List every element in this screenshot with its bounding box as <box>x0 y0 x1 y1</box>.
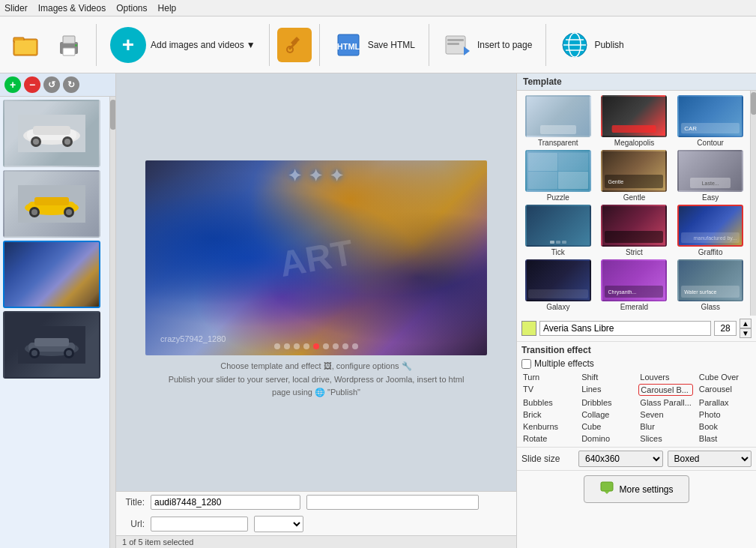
font-size-down-button[interactable]: ▼ <box>740 328 752 338</box>
svg-rect-13 <box>447 39 464 41</box>
font-row: ▲ ▼ <box>517 316 756 342</box>
svg-rect-39 <box>34 338 69 346</box>
transition-blur[interactable]: Blur <box>638 421 692 432</box>
transition-louvers[interactable]: Louvers <box>638 372 692 382</box>
template-name-puzzle: Puzzle <box>547 193 569 202</box>
transition-rotate[interactable]: Rotate <box>521 433 575 444</box>
template-strict[interactable]: Strict <box>598 205 671 256</box>
url-input[interactable] <box>151 517 248 532</box>
transition-photo[interactable]: Photo <box>698 409 752 420</box>
transition-tv[interactable]: TV <box>521 384 575 396</box>
transition-carousel-b[interactable]: Carousel B... <box>638 384 692 396</box>
open-button[interactable] <box>6 27 45 63</box>
bottom-bar: Title: Url: _blank _self <box>116 491 516 535</box>
transition-kenburns[interactable]: Kenburns <box>521 421 575 432</box>
more-settings-label: More settings <box>619 484 673 495</box>
transition-cube[interactable]: Cube <box>580 421 634 432</box>
divider1 <box>96 24 97 66</box>
slidesize-select[interactable]: 640x360 800x600 1024x768 1280x720 <box>578 451 663 467</box>
insert-icon <box>443 30 473 60</box>
template-glass[interactable]: Water surface Glass <box>674 259 747 311</box>
print-icon <box>54 30 84 60</box>
thumbnail-list <box>0 97 115 382</box>
options-button[interactable] <box>277 28 312 62</box>
font-family-input[interactable] <box>539 321 711 336</box>
transition-glass-parall[interactable]: Glass Parall... <box>638 397 692 408</box>
svg-point-33 <box>31 209 37 215</box>
template-transparent[interactable]: Transparent <box>521 95 595 147</box>
template-tick[interactable]: Tick <box>521 205 595 256</box>
template-graffito[interactable]: manufactured by... Graffito <box>674 205 747 256</box>
image-filename: crazy57942_1280 <box>160 334 226 343</box>
thumbnail-item[interactable] <box>3 100 100 167</box>
template-thumb-gentle: Gentle <box>601 150 667 192</box>
title-label: Title: <box>122 497 145 508</box>
main-content: + − ↺ ↻ <box>0 73 756 548</box>
color-swatch[interactable] <box>521 321 536 336</box>
transition-cube-over[interactable]: Cube Over <box>698 372 752 382</box>
hint-text: Choose template and effect 🖼, configure … <box>164 355 469 404</box>
transition-dribbles[interactable]: Dribbles <box>580 397 634 408</box>
multiple-effects-checkbox[interactable] <box>521 359 531 369</box>
font-size-input[interactable] <box>714 321 737 336</box>
transition-carousel[interactable]: Carousel <box>698 384 752 396</box>
transition-bubbles[interactable]: Bubbles <box>521 397 575 408</box>
rotate-left-button[interactable]: ↺ <box>43 76 60 93</box>
transition-parallax[interactable]: Parallax <box>698 397 752 408</box>
template-puzzle[interactable]: Puzzle <box>521 150 595 202</box>
slidetype-select[interactable]: Boxed Full Width <box>668 451 752 467</box>
svg-point-25 <box>33 139 39 145</box>
print-button[interactable] <box>49 27 88 63</box>
publish-button[interactable]: Publish <box>554 27 629 63</box>
transition-shift[interactable]: Shift <box>580 372 634 382</box>
menu-help[interactable]: Help <box>158 3 177 13</box>
more-settings-icon <box>599 481 614 498</box>
slidesize-row: Slide size 640x360 800x600 1024x768 1280… <box>517 448 756 471</box>
menu-images-videos[interactable]: Images & Videos <box>38 3 106 13</box>
transition-turn[interactable]: Turn <box>521 372 575 382</box>
thumbnail-item[interactable] <box>3 170 100 238</box>
template-thumb-megalopolis <box>601 95 667 137</box>
insert-to-page-button[interactable]: Insert to page <box>437 27 538 63</box>
template-contour[interactable]: CAR Contour <box>674 95 747 147</box>
add-images-button[interactable]: + Add images and videos ▼ <box>104 24 261 66</box>
insert-to-page-label: Insert to page <box>477 40 532 50</box>
title-input[interactable] <box>151 495 300 510</box>
template-thumb-transparent <box>525 95 591 137</box>
transition-slices[interactable]: Slices <box>638 433 692 444</box>
template-galaxy[interactable]: Galaxy <box>521 259 595 311</box>
template-megalopolis[interactable]: Megalopolis <box>598 95 671 147</box>
template-grid: Transparent Megalopolis CAR <box>517 91 756 316</box>
transition-lines[interactable]: Lines <box>580 384 634 396</box>
open-icon <box>10 30 40 60</box>
rotate-right-button[interactable]: ↻ <box>63 76 79 93</box>
publish-label: Publish <box>594 40 623 50</box>
transition-domino[interactable]: Domino <box>580 433 634 444</box>
template-thumb-contour: CAR <box>677 95 743 137</box>
template-emerald[interactable]: Chrysanth... Emerald <box>598 259 671 311</box>
menu-slider[interactable]: Slider <box>4 3 28 13</box>
transition-brick[interactable]: Brick <box>521 409 575 420</box>
template-gentle[interactable]: Gentle Gentle <box>598 150 671 202</box>
remove-slide-button[interactable]: − <box>24 76 40 93</box>
template-thumb-strict <box>601 205 667 247</box>
preview-image: ✦ ✦ ✦ ART crazy57942_1280 <box>145 160 487 355</box>
save-html-button[interactable]: HTML Save HTML <box>327 27 421 63</box>
transition-book[interactable]: Book <box>698 421 752 432</box>
thumbnail-item[interactable] <box>3 241 100 308</box>
transition-blast[interactable]: Blast <box>698 433 752 444</box>
transition-collage[interactable]: Collage <box>580 409 634 420</box>
url-select[interactable]: _blank _self <box>254 516 303 532</box>
add-slide-button[interactable]: + <box>4 76 21 93</box>
more-settings-button[interactable]: More settings <box>584 475 689 503</box>
svg-rect-5 <box>63 48 75 55</box>
transition-seven[interactable]: Seven <box>638 409 692 420</box>
extra-input[interactable] <box>306 495 479 510</box>
menu-options[interactable]: Options <box>116 3 147 13</box>
template-easy[interactable]: Laste... Easy <box>674 150 747 202</box>
divider3 <box>319 24 320 66</box>
font-size-up-button[interactable]: ▲ <box>740 319 752 328</box>
template-name-transparent: Transparent <box>538 139 578 147</box>
thumbnail-item[interactable] <box>3 311 100 379</box>
svg-text:HTML: HTML <box>336 42 360 51</box>
